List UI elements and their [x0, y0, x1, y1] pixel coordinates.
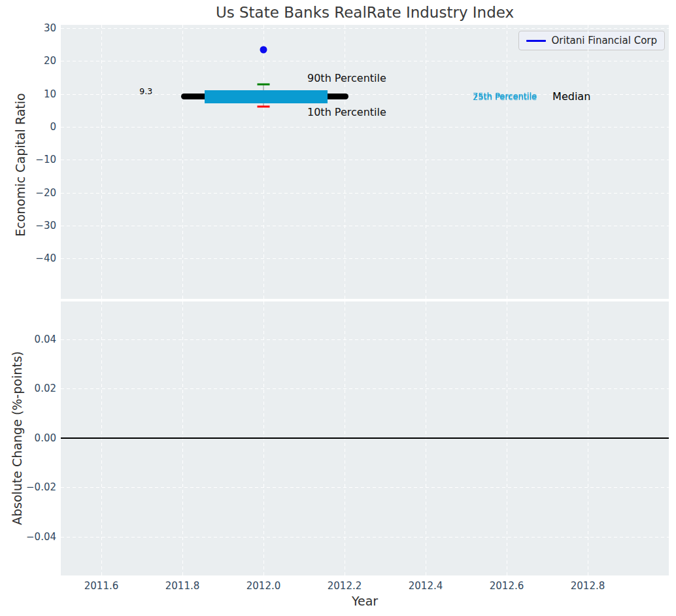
y-gridline [61, 193, 669, 194]
top-y-axis-label: Economic Capital Ratio [13, 93, 27, 236]
y-tick-label: −10 [35, 154, 56, 165]
x-tick-label: 2012.0 [246, 580, 281, 592]
x-tick-label: 2012.6 [490, 580, 524, 592]
legend-line-sample [526, 40, 546, 42]
y-tick-label: 0.00 [35, 432, 56, 444]
x-tick-label: 2012.4 [409, 580, 443, 592]
y-gridline [61, 388, 669, 389]
x-tick-label: 2011.8 [165, 580, 200, 592]
y-gridline [61, 537, 669, 538]
y-tick-label: −30 [35, 220, 56, 231]
y-tick-label: 30 [44, 22, 56, 34]
x-axis-label: Year [352, 594, 378, 608]
figure: Us State Banks RealRate Industry Index E… [0, 0, 676, 616]
y-gridline [61, 28, 669, 29]
y-tick-label: −40 [35, 252, 56, 264]
bottom-axes [61, 301, 669, 575]
y-gridline [61, 160, 669, 160]
x-tick-label: 2012.2 [328, 580, 362, 592]
y-tick-label: 10 [44, 88, 56, 100]
y-tick-label: 20 [44, 55, 56, 67]
y-tick-label: −0.02 [26, 481, 56, 493]
x-tick-label: 2011.6 [84, 580, 119, 592]
y-tick-label: 0 [50, 121, 56, 133]
y-gridline [61, 61, 669, 61]
y-tick-label: 0.02 [35, 383, 56, 394]
legend: Oritani Financial Corp [518, 31, 665, 50]
y-gridline [61, 127, 669, 128]
p90-cap [258, 84, 270, 86]
annotation-median: Median [552, 90, 590, 103]
y-gridline [61, 258, 669, 259]
annotation-10th-percentile: 10th Percentile [307, 106, 386, 118]
zero-line [61, 437, 669, 439]
y-tick-label: −20 [35, 187, 56, 199]
p10-cap [258, 105, 270, 107]
annotation-25th-percentile: 25th Percentile [473, 92, 537, 101]
x-tick-label: 2012.8 [571, 580, 605, 592]
y-tick-label: −0.04 [26, 531, 56, 543]
chart-title: Us State Banks RealRate Industry Index [216, 4, 514, 21]
legend-label: Oritani Financial Corp [552, 35, 657, 46]
y-gridline [61, 487, 669, 488]
top-axes: Oritani Financial Corp 9.390th Percentil… [61, 25, 669, 299]
annotation-9-3: 9.3 [139, 86, 152, 96]
company-data-point [260, 46, 267, 54]
annotation-90th-percentile: 90th Percentile [307, 72, 386, 84]
y-tick-label: 0.04 [35, 334, 56, 345]
interquartile-band [205, 90, 328, 103]
bottom-y-axis-label: Absolute Change (%-points) [10, 351, 24, 525]
y-gridline [61, 339, 669, 340]
y-gridline [61, 226, 669, 226]
